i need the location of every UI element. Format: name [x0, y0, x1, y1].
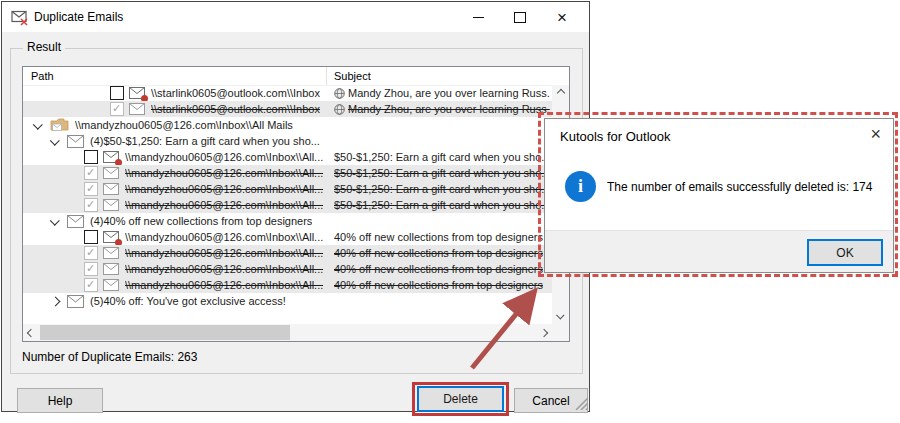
checkbox-checked[interactable] [84, 278, 98, 292]
msgbox-footer: OK [545, 230, 893, 272]
group-row[interactable]: (4)40% off new collections from top desi… [23, 213, 552, 229]
item-subject: $50-$1,250: Earn a gift card when you sh… [334, 183, 550, 195]
mail-icon [67, 295, 84, 308]
item-path: \\mandyzhou0605@126.com\Inbox\\All... [125, 247, 323, 259]
chevron-right-icon [540, 328, 548, 336]
mail-icon [103, 199, 119, 211]
chevron-down-icon [556, 311, 564, 319]
chevron-down-icon[interactable] [33, 119, 43, 129]
list-item[interactable]: \\mandyzhou0605@126.com\Inbox\\All... 40… [23, 245, 552, 261]
scroll-up-button[interactable] [552, 85, 569, 101]
list-item[interactable]: \\mandyzhou0605@126.com\Inbox\\All... $5… [23, 165, 552, 181]
group-title: (4)40% off new collections from top desi… [90, 215, 312, 227]
group-row[interactable]: (4)$50-$1,250: Earn a gift card when you… [23, 133, 552, 149]
checkbox-unchecked[interactable] [84, 230, 98, 244]
titlebar: Duplicate Emails × [2, 2, 589, 32]
mail-icon [67, 135, 84, 148]
mail-unread-icon [103, 151, 119, 163]
mail-icon [103, 183, 119, 195]
duplicate-email-list[interactable]: Path Subject \\starlink0605@outlook.com\… [22, 66, 570, 342]
column-header-subject[interactable]: Subject [334, 70, 371, 82]
msgbox-highlight: Kutools for Outlook × i The number of em… [538, 112, 898, 277]
checkbox-unchecked[interactable] [110, 86, 124, 100]
mail-icon [67, 215, 84, 228]
folder-path: \\mandyzhou0605@126.com\Inbox\\All Mails [75, 119, 293, 131]
group-title: (4)$50-$1,250: Earn a gift card when you… [90, 135, 320, 147]
item-path: \\mandyzhou0605@126.com\Inbox\\All... [125, 183, 323, 195]
list-header: Path Subject [23, 67, 569, 86]
item-path: \\mandyzhou0605@126.com\Inbox\\All... [125, 279, 323, 291]
list-item[interactable]: \\mandyzhou0605@126.com\Inbox\\All... 40… [23, 261, 552, 277]
msgbox-title: Kutools for Outlook [560, 129, 671, 144]
list-item[interactable]: \\mandyzhou0605@126.com\Inbox\\All... 40… [23, 229, 552, 245]
duplicate-email-icon [11, 10, 29, 26]
checkbox-checked[interactable] [84, 262, 98, 276]
status-text: Number of Duplicate Emails: 263 [22, 350, 197, 364]
list-item[interactable]: \\mandyzhou0605@126.com\Inbox\\All... 40… [23, 277, 552, 293]
scrollbar-corner [552, 324, 569, 341]
item-path: \\mandyzhou0605@126.com\Inbox\\All... [125, 231, 323, 243]
list-rows: \\starlink0605@outlook.com\\Inbox Mandy … [23, 85, 552, 309]
globe-icon [334, 88, 345, 99]
chevron-down-icon[interactable] [50, 215, 60, 225]
kutools-message-box: Kutools for Outlook × i The number of em… [544, 118, 894, 273]
resize-grip-icon[interactable] [575, 397, 588, 410]
checkbox-checked[interactable] [84, 182, 98, 196]
checkbox-checked[interactable] [84, 198, 98, 212]
list-item[interactable]: \\mandyzhou0605@126.com\Inbox\\All... $5… [23, 197, 552, 213]
item-subject: 40% off new collections from top designe… [334, 263, 543, 275]
mail-unread-icon [103, 231, 119, 243]
info-icon: i [565, 171, 596, 202]
item-subject: $50-$1,250: Earn a gift card when you sh… [334, 167, 550, 179]
list-item[interactable]: \\mandyzhou0605@126.com\Inbox\\All... $5… [23, 181, 552, 197]
scroll-down-button[interactable] [552, 308, 569, 324]
scroll-left-button[interactable] [23, 324, 39, 341]
checkbox-checked[interactable] [110, 102, 124, 116]
chevron-right-icon[interactable] [51, 296, 61, 306]
folder-mail-icon [50, 118, 69, 132]
close-icon: × [557, 9, 567, 26]
window-title: Duplicate Emails [34, 10, 123, 24]
folder-row[interactable]: \\mandyzhou0605@126.com\Inbox\\All Mails [23, 117, 552, 133]
scrollbar-thumb[interactable] [40, 325, 290, 340]
item-subject: 40% off new collections from top designe… [334, 279, 543, 291]
close-button[interactable]: × [541, 2, 583, 32]
maximize-button[interactable] [499, 2, 541, 32]
minimize-button[interactable] [457, 2, 499, 32]
chevron-down-icon[interactable] [50, 135, 60, 145]
list-item[interactable]: \\starlink0605@outlook.com\\Inbox Mandy … [23, 101, 552, 117]
msgbox-message: The number of emails successfully delete… [607, 180, 872, 194]
group-title: (5)40% off: You've got exclusive access! [90, 295, 286, 307]
checkbox-unchecked[interactable] [84, 150, 98, 164]
list-item[interactable]: \\starlink0605@outlook.com\\Inbox Mandy … [23, 85, 552, 101]
mail-unread-icon [129, 87, 145, 99]
maximize-icon [514, 12, 526, 23]
item-path: \\mandyzhou0605@126.com\Inbox\\All... [125, 167, 323, 179]
item-subject: Mandy Zhou, are you over learning Russ. [348, 103, 550, 115]
group-row-collapsed[interactable]: (5)40% off: You've got exclusive access! [23, 293, 552, 309]
mail-icon [129, 103, 145, 115]
horizontal-scrollbar[interactable] [23, 324, 552, 341]
globe-icon [334, 104, 345, 115]
msgbox-close-icon[interactable]: × [870, 125, 881, 143]
mail-icon [103, 279, 119, 291]
scroll-right-button[interactable] [536, 324, 552, 341]
duplicate-emails-dialog: Duplicate Emails × Result Path Subject \… [1, 1, 590, 412]
help-button[interactable]: Help [17, 388, 103, 413]
mail-icon [103, 247, 119, 259]
item-subject: 40% off new collections from top designe… [334, 231, 543, 243]
mail-icon [103, 263, 119, 275]
column-header-path[interactable]: Path [31, 70, 54, 82]
item-subject: $50-$1,250: Earn a gift card when you sh… [334, 199, 550, 211]
chevron-left-icon [27, 328, 35, 336]
column-divider[interactable] [326, 67, 327, 85]
checkbox-checked[interactable] [84, 166, 98, 180]
minimize-icon [473, 17, 484, 18]
delete-button-highlight: Delete [412, 382, 509, 416]
delete-button[interactable]: Delete [417, 386, 504, 412]
ok-button[interactable]: OK [807, 239, 883, 266]
checkbox-checked[interactable] [84, 246, 98, 260]
list-item[interactable]: \\mandyzhou0605@126.com\Inbox\\All... $5… [23, 149, 552, 165]
item-path: \\starlink0605@outlook.com\\Inbox [151, 103, 320, 115]
item-path: \\mandyzhou0605@126.com\Inbox\\All... [125, 199, 323, 211]
